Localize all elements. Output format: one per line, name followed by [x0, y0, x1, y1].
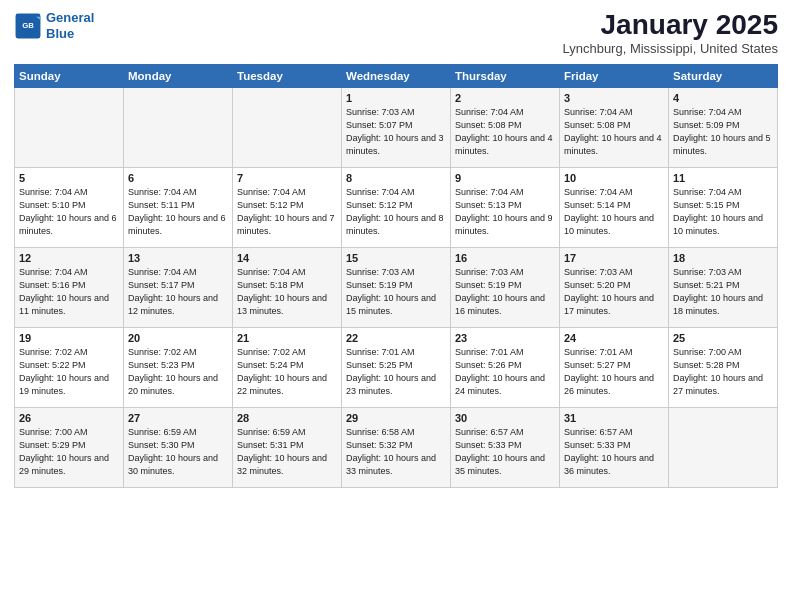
day-info: Sunrise: 7:04 AM Sunset: 5:14 PM Dayligh… — [564, 186, 664, 238]
page: GB General Blue January 2025 Lynchburg, … — [0, 0, 792, 612]
day-number: 19 — [19, 332, 119, 344]
calendar-week-row: 19Sunrise: 7:02 AM Sunset: 5:22 PM Dayli… — [15, 327, 778, 407]
day-info: Sunrise: 7:02 AM Sunset: 5:24 PM Dayligh… — [237, 346, 337, 398]
table-row — [124, 87, 233, 167]
table-row: 7Sunrise: 7:04 AM Sunset: 5:12 PM Daylig… — [233, 167, 342, 247]
table-row: 15Sunrise: 7:03 AM Sunset: 5:19 PM Dayli… — [342, 247, 451, 327]
day-info: Sunrise: 7:04 AM Sunset: 5:10 PM Dayligh… — [19, 186, 119, 238]
table-row: 11Sunrise: 7:04 AM Sunset: 5:15 PM Dayli… — [669, 167, 778, 247]
day-info: Sunrise: 7:04 AM Sunset: 5:18 PM Dayligh… — [237, 266, 337, 318]
location: Lynchburg, Mississippi, United States — [562, 41, 778, 56]
day-info: Sunrise: 7:01 AM Sunset: 5:25 PM Dayligh… — [346, 346, 446, 398]
day-info: Sunrise: 7:03 AM Sunset: 5:21 PM Dayligh… — [673, 266, 773, 318]
table-row — [669, 407, 778, 487]
calendar-week-row: 1Sunrise: 7:03 AM Sunset: 5:07 PM Daylig… — [15, 87, 778, 167]
table-row: 4Sunrise: 7:04 AM Sunset: 5:09 PM Daylig… — [669, 87, 778, 167]
day-info: Sunrise: 6:57 AM Sunset: 5:33 PM Dayligh… — [564, 426, 664, 478]
table-row — [15, 87, 124, 167]
svg-text:GB: GB — [22, 20, 34, 29]
day-info: Sunrise: 7:03 AM Sunset: 5:19 PM Dayligh… — [455, 266, 555, 318]
table-row: 29Sunrise: 6:58 AM Sunset: 5:32 PM Dayli… — [342, 407, 451, 487]
table-row: 13Sunrise: 7:04 AM Sunset: 5:17 PM Dayli… — [124, 247, 233, 327]
day-number: 28 — [237, 412, 337, 424]
day-number: 14 — [237, 252, 337, 264]
table-row: 24Sunrise: 7:01 AM Sunset: 5:27 PM Dayli… — [560, 327, 669, 407]
day-info: Sunrise: 7:03 AM Sunset: 5:19 PM Dayligh… — [346, 266, 446, 318]
logo-blue: Blue — [46, 26, 74, 41]
day-info: Sunrise: 7:01 AM Sunset: 5:26 PM Dayligh… — [455, 346, 555, 398]
day-number: 15 — [346, 252, 446, 264]
col-saturday: Saturday — [669, 64, 778, 87]
table-row: 16Sunrise: 7:03 AM Sunset: 5:19 PM Dayli… — [451, 247, 560, 327]
day-info: Sunrise: 6:59 AM Sunset: 5:31 PM Dayligh… — [237, 426, 337, 478]
day-number: 27 — [128, 412, 228, 424]
calendar-week-row: 12Sunrise: 7:04 AM Sunset: 5:16 PM Dayli… — [15, 247, 778, 327]
day-info: Sunrise: 7:04 AM Sunset: 5:08 PM Dayligh… — [564, 106, 664, 158]
day-info: Sunrise: 6:59 AM Sunset: 5:30 PM Dayligh… — [128, 426, 228, 478]
table-row: 17Sunrise: 7:03 AM Sunset: 5:20 PM Dayli… — [560, 247, 669, 327]
day-info: Sunrise: 6:58 AM Sunset: 5:32 PM Dayligh… — [346, 426, 446, 478]
month-title: January 2025 — [562, 10, 778, 41]
table-row: 20Sunrise: 7:02 AM Sunset: 5:23 PM Dayli… — [124, 327, 233, 407]
day-number: 22 — [346, 332, 446, 344]
day-number: 24 — [564, 332, 664, 344]
table-row: 2Sunrise: 7:04 AM Sunset: 5:08 PM Daylig… — [451, 87, 560, 167]
day-info: Sunrise: 6:57 AM Sunset: 5:33 PM Dayligh… — [455, 426, 555, 478]
day-info: Sunrise: 7:04 AM Sunset: 5:15 PM Dayligh… — [673, 186, 773, 238]
calendar-header-row: Sunday Monday Tuesday Wednesday Thursday… — [15, 64, 778, 87]
day-number: 12 — [19, 252, 119, 264]
day-number: 6 — [128, 172, 228, 184]
day-number: 7 — [237, 172, 337, 184]
day-number: 10 — [564, 172, 664, 184]
day-info: Sunrise: 7:02 AM Sunset: 5:23 PM Dayligh… — [128, 346, 228, 398]
day-number: 25 — [673, 332, 773, 344]
day-number: 23 — [455, 332, 555, 344]
header: GB General Blue January 2025 Lynchburg, … — [14, 10, 778, 56]
table-row: 23Sunrise: 7:01 AM Sunset: 5:26 PM Dayli… — [451, 327, 560, 407]
table-row: 1Sunrise: 7:03 AM Sunset: 5:07 PM Daylig… — [342, 87, 451, 167]
col-tuesday: Tuesday — [233, 64, 342, 87]
table-row — [233, 87, 342, 167]
day-number: 30 — [455, 412, 555, 424]
day-number: 9 — [455, 172, 555, 184]
day-number: 4 — [673, 92, 773, 104]
day-number: 3 — [564, 92, 664, 104]
day-info: Sunrise: 7:03 AM Sunset: 5:20 PM Dayligh… — [564, 266, 664, 318]
table-row: 5Sunrise: 7:04 AM Sunset: 5:10 PM Daylig… — [15, 167, 124, 247]
logo-text: General Blue — [46, 10, 94, 41]
day-number: 17 — [564, 252, 664, 264]
table-row: 12Sunrise: 7:04 AM Sunset: 5:16 PM Dayli… — [15, 247, 124, 327]
title-block: January 2025 Lynchburg, Mississippi, Uni… — [562, 10, 778, 56]
table-row: 19Sunrise: 7:02 AM Sunset: 5:22 PM Dayli… — [15, 327, 124, 407]
table-row: 14Sunrise: 7:04 AM Sunset: 5:18 PM Dayli… — [233, 247, 342, 327]
col-monday: Monday — [124, 64, 233, 87]
day-info: Sunrise: 7:00 AM Sunset: 5:28 PM Dayligh… — [673, 346, 773, 398]
day-number: 29 — [346, 412, 446, 424]
table-row: 31Sunrise: 6:57 AM Sunset: 5:33 PM Dayli… — [560, 407, 669, 487]
logo-icon: GB — [14, 12, 42, 40]
day-info: Sunrise: 7:04 AM Sunset: 5:12 PM Dayligh… — [346, 186, 446, 238]
day-number: 21 — [237, 332, 337, 344]
day-info: Sunrise: 7:04 AM Sunset: 5:08 PM Dayligh… — [455, 106, 555, 158]
day-number: 1 — [346, 92, 446, 104]
day-number: 26 — [19, 412, 119, 424]
day-number: 13 — [128, 252, 228, 264]
table-row: 9Sunrise: 7:04 AM Sunset: 5:13 PM Daylig… — [451, 167, 560, 247]
logo-general: General — [46, 10, 94, 25]
day-number: 5 — [19, 172, 119, 184]
day-info: Sunrise: 7:01 AM Sunset: 5:27 PM Dayligh… — [564, 346, 664, 398]
col-sunday: Sunday — [15, 64, 124, 87]
day-number: 2 — [455, 92, 555, 104]
day-info: Sunrise: 7:02 AM Sunset: 5:22 PM Dayligh… — [19, 346, 119, 398]
table-row: 28Sunrise: 6:59 AM Sunset: 5:31 PM Dayli… — [233, 407, 342, 487]
table-row: 25Sunrise: 7:00 AM Sunset: 5:28 PM Dayli… — [669, 327, 778, 407]
table-row: 10Sunrise: 7:04 AM Sunset: 5:14 PM Dayli… — [560, 167, 669, 247]
day-info: Sunrise: 7:04 AM Sunset: 5:16 PM Dayligh… — [19, 266, 119, 318]
day-info: Sunrise: 7:04 AM Sunset: 5:17 PM Dayligh… — [128, 266, 228, 318]
logo: GB General Blue — [14, 10, 94, 41]
day-info: Sunrise: 7:03 AM Sunset: 5:07 PM Dayligh… — [346, 106, 446, 158]
table-row: 6Sunrise: 7:04 AM Sunset: 5:11 PM Daylig… — [124, 167, 233, 247]
table-row: 26Sunrise: 7:00 AM Sunset: 5:29 PM Dayli… — [15, 407, 124, 487]
day-number: 31 — [564, 412, 664, 424]
col-wednesday: Wednesday — [342, 64, 451, 87]
